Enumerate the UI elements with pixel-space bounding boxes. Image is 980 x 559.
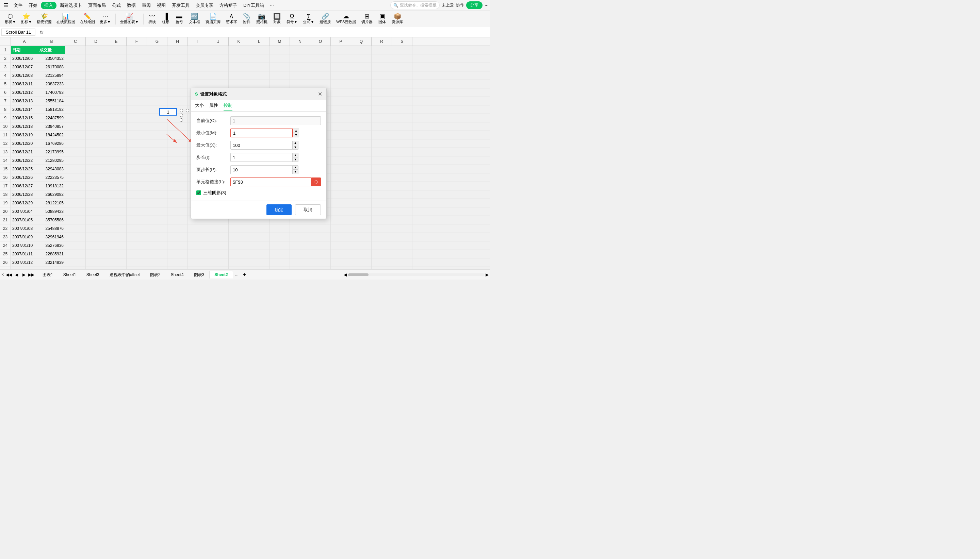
step-label: 步长(I):	[196, 154, 230, 160]
max-value-row: 最大值(X): ▲ ▼	[196, 141, 321, 150]
current-value-row: 当前值(C):	[196, 116, 321, 125]
dialog-title-content: S 设置对象格式	[195, 91, 227, 97]
dialog-tab-size[interactable]: 大小	[195, 100, 204, 111]
min-value-label: 最小值(M):	[196, 130, 230, 136]
step-input[interactable]	[230, 153, 292, 162]
dialog-overlay: S 设置对象格式 ✕ 大小 属性 控制 当前值(C): 最小值(M): ▲	[0, 0, 490, 280]
dialog-footer: 确定 取消	[191, 201, 326, 218]
page-step-spin-up[interactable]: ▲	[292, 165, 298, 170]
cell-link-picker-button[interactable]: ⬡	[311, 177, 321, 186]
max-value-spinner: ▲ ▼	[230, 141, 298, 150]
max-value-input[interactable]	[230, 141, 292, 150]
dialog-title-icon: S	[195, 91, 198, 97]
shadow-checkbox[interactable]	[196, 190, 201, 195]
min-value-input[interactable]	[230, 129, 293, 137]
step-spinner: ▲ ▼	[230, 153, 298, 162]
page-step-input[interactable]	[230, 165, 292, 174]
page-step-spin-btns: ▲ ▼	[292, 165, 298, 174]
cell-link-row: 单元格链接(L): ⬡	[196, 177, 321, 186]
dialog-tab-props[interactable]: 属性	[209, 100, 218, 111]
min-value-spinner: ▲ ▼	[230, 129, 299, 137]
step-spin-btns: ▲ ▼	[292, 153, 298, 162]
dialog-tab-control[interactable]: 控制	[224, 100, 232, 111]
cell-link-label: 单元格链接(L):	[196, 179, 230, 185]
page-step-row: 页步长(P): ▲ ▼	[196, 165, 321, 174]
page-step-spinner: ▲ ▼	[230, 165, 298, 174]
min-value-row: 最小值(M): ▲ ▼	[196, 129, 321, 137]
cell-link-input-area: ⬡	[230, 177, 321, 186]
cancel-button[interactable]: 取消	[295, 204, 321, 215]
current-value-label: 当前值(C):	[196, 117, 230, 124]
shadow-checkbox-label: 三维阴影(3)	[203, 190, 226, 196]
format-object-dialog: S 设置对象格式 ✕ 大小 属性 控制 当前值(C): 最小值(M): ▲	[191, 88, 327, 219]
step-spin-down[interactable]: ▼	[292, 157, 298, 162]
page-step-spin-down[interactable]: ▼	[292, 170, 298, 174]
shadow-checkbox-row: 三维阴影(3)	[196, 190, 321, 196]
dialog-tabs: 大小 属性 控制	[191, 100, 326, 111]
max-value-spin-down[interactable]: ▼	[292, 145, 298, 150]
current-value-input[interactable]	[230, 116, 321, 125]
dialog-title-text: 设置对象格式	[200, 91, 227, 97]
page-step-label: 页步长(P):	[196, 167, 230, 173]
max-value-spin-btns: ▲ ▼	[292, 141, 298, 150]
ok-button[interactable]: 确定	[267, 204, 292, 215]
min-value-spin-down[interactable]: ▼	[293, 133, 299, 137]
cell-link-input[interactable]	[230, 177, 311, 186]
min-value-spin-up[interactable]: ▲	[293, 129, 299, 133]
step-spin-up[interactable]: ▲	[292, 153, 298, 157]
picker-icon: ⬡	[314, 180, 318, 184]
max-value-label: 最大值(X):	[196, 142, 230, 148]
dialog-close-button[interactable]: ✕	[318, 91, 322, 97]
min-value-spin-btns: ▲ ▼	[293, 129, 299, 137]
max-value-spin-up[interactable]: ▲	[292, 141, 298, 145]
dialog-body: 当前值(C): 最小值(M): ▲ ▼ 最大值(X):	[191, 111, 326, 201]
dialog-title-bar: S 设置对象格式 ✕	[191, 88, 326, 100]
step-row: 步长(I): ▲ ▼	[196, 153, 321, 162]
